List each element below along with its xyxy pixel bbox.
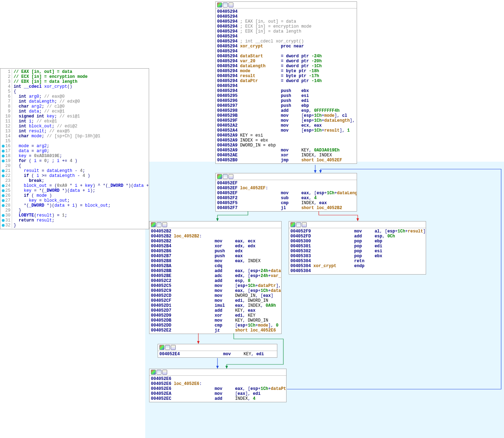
blk4-body: 004052F9 mov al, [esp+1Ch+result]004052F… [289, 228, 426, 274]
icon-c [162, 222, 167, 227]
blk1-body: 004052940040529400405294 ; EAX [in, out]… [216, 8, 357, 163]
icon-c [228, 174, 233, 179]
icon-c [162, 370, 167, 375]
asm-block-loc4052ef[interactable]: 004052EF004052EF loc_4052EF:004052EF mov… [215, 173, 357, 212]
icon-b [296, 222, 301, 227]
block-titlebar [149, 221, 281, 228]
block-titlebar [216, 2, 357, 8]
icon-b [157, 222, 162, 227]
block-titlebar [289, 221, 426, 228]
icon-c [171, 345, 176, 350]
icon-a [151, 222, 156, 227]
icon-a [217, 174, 222, 179]
blk3-body: 004052B2004052B2 loc_4052B2:004052B2 mov… [149, 228, 281, 334]
blk5-body: 004052E4 mov KEY, edi [158, 351, 277, 357]
asm-block-loc4052e6[interactable]: 004052E6004052E6 loc_4052E6:004052E6 mov… [149, 369, 287, 402]
icon-a [217, 2, 222, 7]
block-titlebar [149, 369, 286, 376]
icon-c [228, 2, 233, 7]
blk6-body: 004052E6004052E6 loc_4052E6:004052E6 mov… [149, 376, 286, 402]
blk2-body: 004052EF004052EF loc_4052EF:004052EF mov… [216, 180, 357, 211]
icon-a [159, 345, 164, 350]
asm-block-loc4052b2[interactable]: 004052B2004052B2 loc_4052B2:004052B2 mov… [149, 221, 282, 334]
block-titlebar [158, 344, 277, 351]
icon-a [151, 370, 156, 375]
block-titlebar [216, 173, 357, 180]
asm-block-4052e4[interactable]: 004052E4 mov KEY, edi [158, 344, 277, 358]
decompile-body: 1234567891011121314151617181920212223242… [0, 69, 149, 229]
asm-block-entry[interactable]: 004052940040529400405294 ; EAX [in, out]… [215, 1, 357, 164]
icon-b [157, 370, 162, 375]
icon-b [223, 174, 228, 179]
icon-b [223, 2, 228, 7]
icon-b [165, 345, 170, 350]
icon-a [290, 222, 295, 227]
icon-c [302, 222, 307, 227]
asm-block-epilogue[interactable]: 004052F9 mov al, [esp+1Ch+result]004052F… [289, 221, 426, 275]
decompile-panel[interactable]: 1234567891011121314151617181920212223242… [0, 68, 149, 229]
